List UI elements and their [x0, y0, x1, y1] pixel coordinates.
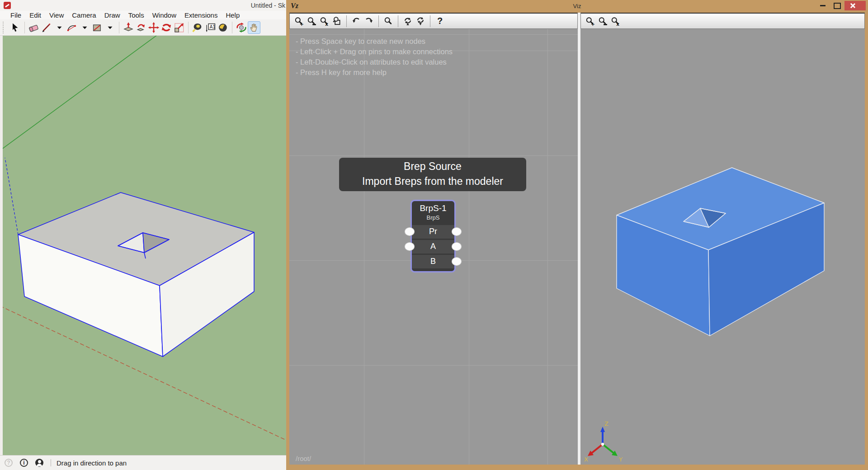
- help-line: - Press H key for more help: [296, 67, 453, 78]
- sketchup-menubar: FileEditViewCameraDrawToolsWindowExtensi…: [0, 11, 286, 19]
- output-pin-pr[interactable]: [452, 227, 462, 236]
- tooltip-title: Brep Source: [339, 159, 526, 174]
- toolbar-divider: [24, 22, 25, 33]
- viz-window: Vz Viz +x? - Press Space key to create n…: [286, 0, 868, 470]
- select-icon[interactable]: [9, 21, 22, 34]
- viz-window-buttons: [816, 1, 866, 10]
- orbit-icon[interactable]: [235, 21, 248, 34]
- viz-3d-toolbar: +x: [580, 13, 865, 29]
- arc-icon[interactable]: [66, 21, 78, 34]
- node-rows: PrAB: [412, 225, 454, 268]
- menu-file[interactable]: File: [6, 11, 25, 19]
- svg-text:A1: A1: [210, 24, 216, 29]
- redo-icon[interactable]: [363, 15, 375, 28]
- help-line: - Left-Double-Click on attributes to edi…: [296, 57, 453, 67]
- zoom-in-icon[interactable]: +: [292, 15, 305, 28]
- help-icon[interactable]: ?: [434, 15, 446, 28]
- selected-box-model[interactable]: [18, 193, 254, 357]
- scale-icon[interactable]: [173, 21, 185, 34]
- node-editor-panel: +x? - Press Space key to create new node…: [289, 13, 578, 465]
- node-header[interactable]: BrpS-1 BrpS: [412, 201, 454, 224]
- sketchup-3d-viewport[interactable]: [3, 36, 286, 455]
- rotate-icon[interactable]: [160, 21, 173, 34]
- sketchup-window: Untitled - Sk FileEditViewCameraDrawTool…: [0, 0, 286, 470]
- reload-down-icon[interactable]: [414, 15, 427, 28]
- menu-extensions[interactable]: Extensions: [180, 11, 222, 19]
- node-attribute-b[interactable]: B: [412, 255, 454, 268]
- zoom-icon[interactable]: [382, 15, 395, 28]
- input-pin-pr[interactable]: [405, 227, 415, 236]
- dimension-icon[interactable]: A1: [204, 21, 217, 34]
- reload-up-icon[interactable]: [401, 15, 414, 28]
- toolbar-divider: [346, 15, 347, 27]
- dropdown-icon[interactable]: [53, 21, 66, 34]
- zoom-out-icon[interactable]: [305, 15, 318, 28]
- toolbar-divider: [430, 15, 430, 27]
- close-button[interactable]: [844, 1, 866, 10]
- rectangle-icon[interactable]: [91, 21, 104, 34]
- info-circle-icon[interactable]: i: [20, 459, 28, 467]
- viz-window-title: Viz: [286, 3, 868, 9]
- viz-3d-panel: +x: [580, 13, 865, 465]
- viz-3d-viewport[interactable]: Z X Y: [580, 29, 865, 465]
- paint-bucket-icon[interactable]: [217, 21, 229, 34]
- dropdown-icon[interactable]: [78, 21, 91, 34]
- tape-measure-icon[interactable]: [191, 21, 204, 34]
- sketchup-titlebar[interactable]: Untitled - Sk: [0, 0, 286, 11]
- brep-source-node[interactable]: BrpS-1 BrpS PrAB: [411, 200, 455, 272]
- sketchup-logo-icon: [4, 2, 11, 9]
- minimize-button[interactable]: [816, 1, 830, 10]
- blue-axis-line: [5, 158, 18, 235]
- viz-model-canvas: Z X Y: [580, 29, 865, 465]
- toolbar-divider: [119, 22, 119, 33]
- menu-draw[interactable]: Draw: [100, 11, 124, 19]
- zoom-extents-icon[interactable]: [330, 15, 343, 28]
- desktop: Untitled - Sk FileEditViewCameraDrawTool…: [0, 0, 868, 470]
- axis-gizmo: Z X Y: [584, 420, 623, 463]
- zoom-in-icon[interactable]: +: [584, 15, 596, 28]
- viz-content: +x? - Press Space key to create new node…: [289, 13, 865, 465]
- help-line: - Left-Click + Drag on pins to make conn…: [296, 47, 453, 57]
- node-type: BrpS: [412, 214, 454, 221]
- eraser-icon[interactable]: [28, 21, 40, 34]
- input-pin-a[interactable]: [405, 242, 415, 251]
- line-icon[interactable]: [40, 21, 53, 34]
- sketchup-window-title: Untitled - Sk: [251, 2, 285, 9]
- toolbar-divider: [378, 15, 379, 27]
- menu-help[interactable]: Help: [222, 11, 244, 19]
- help-circle-icon[interactable]: ?: [5, 459, 13, 467]
- gizmo-origin-dot: [601, 443, 604, 446]
- pan-icon-active[interactable]: [248, 21, 260, 34]
- account-icon[interactable]: [35, 459, 43, 467]
- z-axis-arrow: [600, 427, 605, 432]
- pushpull-icon[interactable]: [122, 21, 135, 34]
- dropdown-icon[interactable]: [104, 21, 116, 34]
- menu-window[interactable]: Window: [148, 11, 180, 19]
- zoom-out-icon[interactable]: [596, 15, 609, 28]
- node-editor-canvas[interactable]: - Press Space key to create new nodes- L…: [289, 29, 578, 465]
- move-icon[interactable]: [147, 21, 160, 34]
- viz-titlebar[interactable]: Vz Viz: [286, 0, 868, 13]
- menu-camera[interactable]: Camera: [68, 11, 100, 19]
- blue-box-model[interactable]: [617, 168, 824, 336]
- toolbar-grip[interactable]: [3, 22, 5, 33]
- undo-icon[interactable]: [350, 15, 363, 28]
- menu-edit[interactable]: Edit: [25, 11, 45, 19]
- green-axis-line: [3, 36, 157, 150]
- zoom-cancel-icon[interactable]: x: [318, 15, 330, 28]
- node-attribute-a[interactable]: A: [412, 240, 454, 254]
- output-pin-b[interactable]: [452, 257, 462, 266]
- zoom-cancel-icon[interactable]: x: [609, 15, 622, 28]
- graph-path-label: /root/: [296, 455, 311, 462]
- menu-view[interactable]: View: [45, 11, 68, 19]
- tooltip-subtitle: Import Breps from the modeler: [339, 174, 526, 189]
- output-pin-a[interactable]: [452, 242, 462, 251]
- followme-icon[interactable]: [135, 21, 147, 34]
- node-attribute-pr[interactable]: Pr: [412, 225, 454, 239]
- menu-tools[interactable]: Tools: [124, 11, 148, 19]
- svg-text:x: x: [616, 21, 619, 26]
- toolbar-divider: [398, 15, 398, 27]
- svg-text:+: +: [300, 21, 304, 26]
- maximize-button[interactable]: [830, 1, 844, 10]
- toolbar-divider: [232, 22, 232, 33]
